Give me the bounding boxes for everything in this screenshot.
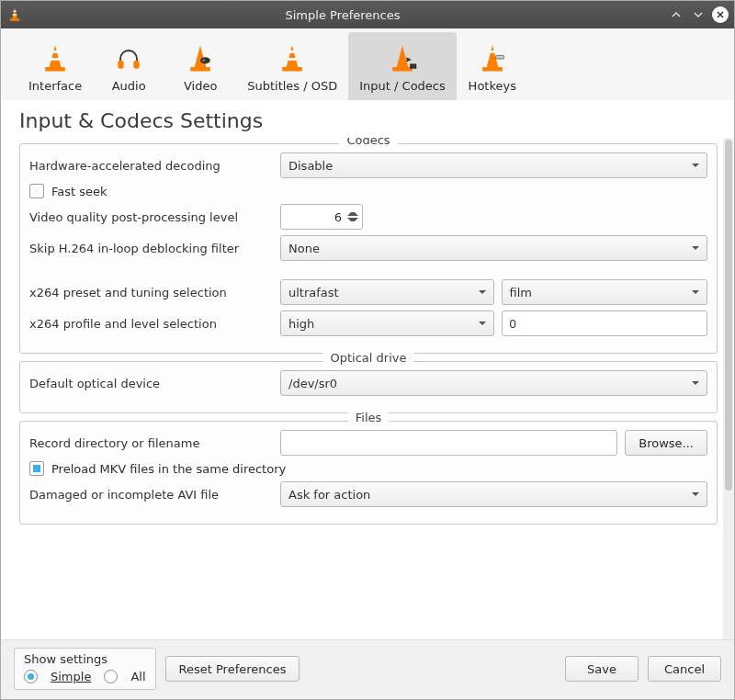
- post-proc-label: Video quality post-processing level: [29, 210, 273, 224]
- x264-preset-label: x264 preset and tuning selection: [29, 286, 273, 299]
- show-settings-group: Show settings Simple All: [14, 648, 156, 690]
- fast-seek-label: Fast seek: [51, 185, 107, 198]
- svg-rect-16: [482, 67, 503, 72]
- svg-rect-17: [490, 51, 494, 53]
- record-dir-input[interactable]: [280, 430, 617, 456]
- svg-rect-5: [51, 58, 60, 61]
- settings-content: Codecs Hardware-accelerated decoding Dis…: [1, 138, 723, 639]
- radio-simple[interactable]: [24, 670, 38, 683]
- group-title: Codecs: [339, 138, 397, 147]
- hw-decoding-label: Hardware-accelerated decoding: [29, 159, 273, 173]
- svg-rect-8: [190, 67, 210, 72]
- page-title: Input & Codecs Settings: [1, 100, 734, 138]
- group-codecs: Codecs Hardware-accelerated decoding Dis…: [19, 143, 718, 354]
- hw-decoding-select[interactable]: Disable: [280, 152, 707, 178]
- minimize-icon[interactable]: [668, 6, 684, 23]
- svg-point-10: [202, 59, 206, 62]
- svg-rect-0: [10, 19, 20, 21]
- tab-label: Subtitles / OSD: [247, 79, 337, 93]
- optical-device-label: Default optical device: [29, 377, 273, 390]
- svg-rect-18: [495, 55, 503, 59]
- tab-label: Interface: [28, 79, 82, 93]
- tab-audio[interactable]: Audio: [93, 32, 164, 100]
- browse-button[interactable]: Browse...: [625, 430, 707, 456]
- x264-profile-label: x264 profile and level selection: [29, 317, 273, 331]
- headphones-icon: [111, 40, 146, 77]
- window-title: Simple Preferences: [23, 8, 662, 22]
- cancel-button[interactable]: Cancel: [648, 656, 721, 682]
- close-icon[interactable]: [712, 6, 729, 23]
- svg-rect-15: [410, 63, 416, 68]
- codec-cone-icon: [385, 40, 420, 77]
- group-title: Files: [348, 411, 390, 424]
- svg-rect-2: [13, 14, 17, 16]
- group-optical: Optical drive Default optical device /de…: [19, 361, 718, 413]
- svg-rect-4: [52, 51, 57, 53]
- tab-hotkeys[interactable]: Hotkeys: [457, 32, 528, 100]
- footer: Show settings Simple All Reset Preferenc…: [1, 639, 734, 699]
- category-toolbar: Interface Audio Video Subtitles / OSD In…: [1, 28, 734, 100]
- radio-simple-label[interactable]: Simple: [51, 670, 91, 683]
- reset-button[interactable]: Reset Preferences: [165, 656, 300, 682]
- scrollbar-thumb[interactable]: [725, 140, 732, 491]
- tab-label: Audio: [112, 79, 146, 93]
- vlc-app-icon: [6, 6, 23, 23]
- x264-tune-select[interactable]: film: [502, 279, 708, 305]
- fast-seek-checkbox[interactable]: [29, 184, 44, 198]
- svg-rect-12: [290, 51, 295, 53]
- avi-label: Damaged or incomplete AVI file: [29, 488, 273, 502]
- preferences-window: Simple Preferences Interface Audio Video…: [0, 0, 735, 700]
- svg-rect-11: [282, 67, 302, 72]
- x264-profile-select[interactable]: high: [280, 310, 494, 336]
- tab-subtitles[interactable]: Subtitles / OSD: [236, 32, 348, 100]
- svg-rect-3: [45, 67, 65, 72]
- optical-device-select[interactable]: /dev/sr0: [280, 370, 707, 396]
- preload-mkv-label: Preload MKV files in the same directory: [51, 462, 286, 476]
- svg-rect-7: [134, 60, 140, 68]
- post-proc-spin[interactable]: 6: [280, 204, 363, 230]
- deblock-label: Skip H.264 in-loop deblocking filter: [29, 242, 273, 255]
- svg-rect-1: [14, 11, 17, 13]
- tab-input-codecs[interactable]: Input / Codecs: [348, 32, 457, 100]
- x264-level-input[interactable]: [502, 310, 708, 336]
- maximize-icon[interactable]: [690, 6, 707, 23]
- group-files: Files Record directory or filename Brows…: [19, 421, 718, 525]
- radio-all-label[interactable]: All: [130, 670, 145, 683]
- titlebar: Simple Preferences: [1, 1, 734, 28]
- hotkey-cone-icon: [475, 40, 510, 77]
- vertical-scrollbar[interactable]: [723, 138, 734, 639]
- cone-icon: [38, 40, 73, 77]
- svg-rect-13: [288, 58, 297, 61]
- svg-rect-6: [119, 60, 124, 68]
- tab-label: Hotkeys: [469, 79, 516, 93]
- video-cone-icon: [183, 40, 218, 77]
- group-title: Optical drive: [323, 351, 414, 365]
- record-dir-label: Record directory or filename: [29, 436, 273, 450]
- tab-video[interactable]: Video: [164, 32, 236, 100]
- save-button[interactable]: Save: [565, 656, 639, 682]
- avi-select[interactable]: Ask for action: [280, 481, 707, 507]
- spinner-arrows-icon[interactable]: [347, 207, 358, 227]
- cone-icon: [275, 40, 310, 77]
- tab-label: Video: [184, 79, 217, 93]
- radio-all[interactable]: [104, 670, 118, 683]
- show-settings-title: Show settings: [24, 652, 146, 666]
- preload-mkv-checkbox[interactable]: [29, 461, 44, 476]
- tab-interface[interactable]: Interface: [17, 32, 93, 100]
- x264-preset-select[interactable]: ultrafast: [280, 279, 494, 305]
- tab-label: Input / Codecs: [359, 79, 446, 93]
- deblock-select[interactable]: None: [280, 235, 707, 261]
- svg-rect-14: [392, 67, 413, 72]
